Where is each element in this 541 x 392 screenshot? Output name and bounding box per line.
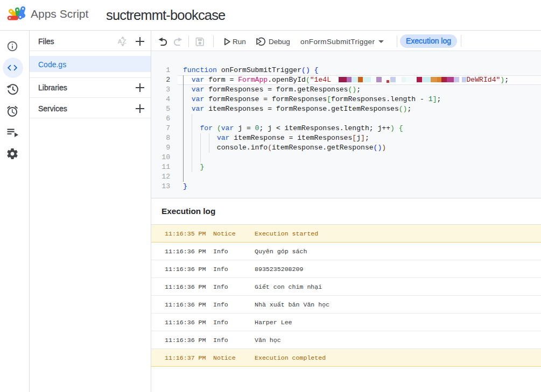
svg-text:Z: Z bbox=[123, 38, 127, 45]
svg-text:A: A bbox=[118, 38, 122, 45]
